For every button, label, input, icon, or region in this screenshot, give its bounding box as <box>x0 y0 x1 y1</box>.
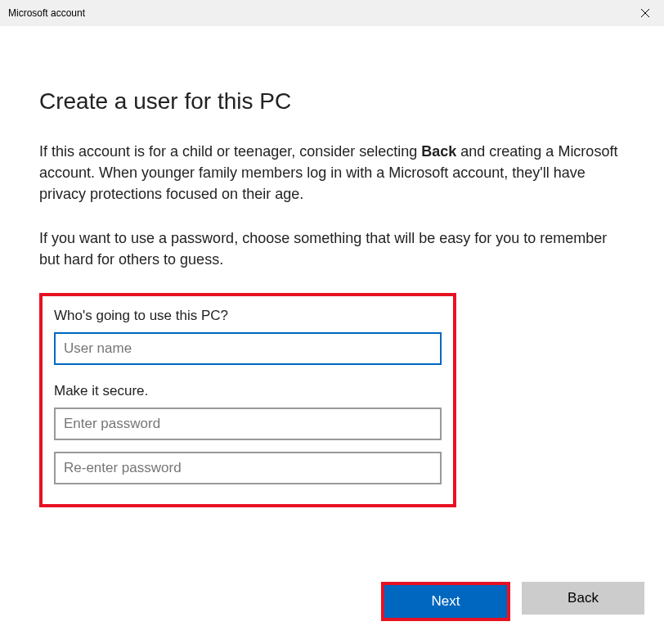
who-label: Who's going to use this PC? <box>54 308 442 324</box>
secure-label: Make it secure. <box>54 383 442 399</box>
form-block: Who's going to use this PC? Make it secu… <box>39 293 456 507</box>
username-input[interactable] <box>54 332 442 365</box>
close-button[interactable] <box>626 0 664 26</box>
next-button[interactable]: Next <box>384 585 507 618</box>
close-icon <box>641 9 649 17</box>
next-button-highlight: Next <box>381 582 510 621</box>
content-area: Create a user for this PC If this accoun… <box>0 26 664 507</box>
para1-bold: Back <box>421 143 456 160</box>
password-input[interactable] <box>54 408 442 440</box>
button-row: Next Back <box>381 582 644 621</box>
window-title: Microsoft account <box>8 7 85 19</box>
instruction-paragraph-2: If you want to use a password, choose so… <box>39 227 625 270</box>
page-heading: Create a user for this PC <box>39 88 625 115</box>
back-button[interactable]: Back <box>522 582 644 615</box>
para1-pre: If this account is for a child or teenag… <box>39 143 421 160</box>
titlebar: Microsoft account <box>0 0 664 26</box>
reenter-password-input[interactable] <box>54 452 442 484</box>
instruction-paragraph-1: If this account is for a child or teenag… <box>39 141 625 205</box>
